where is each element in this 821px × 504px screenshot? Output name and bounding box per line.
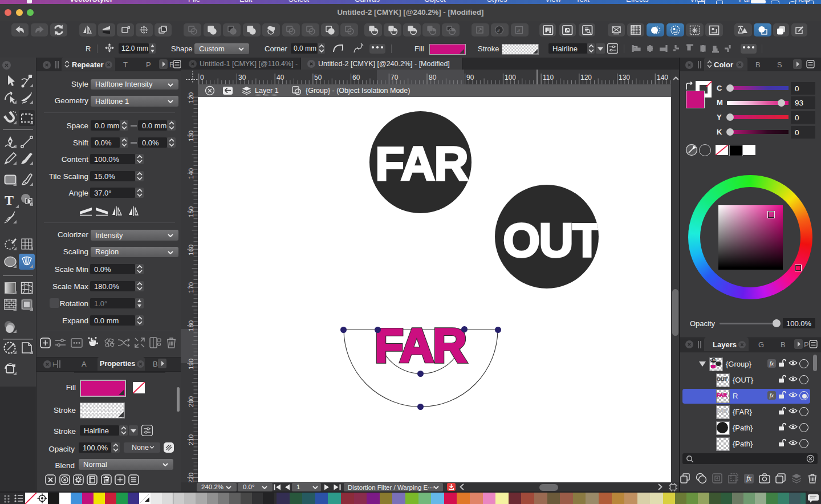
svg-text:𝑎: 𝑎: [517, 27, 521, 33]
